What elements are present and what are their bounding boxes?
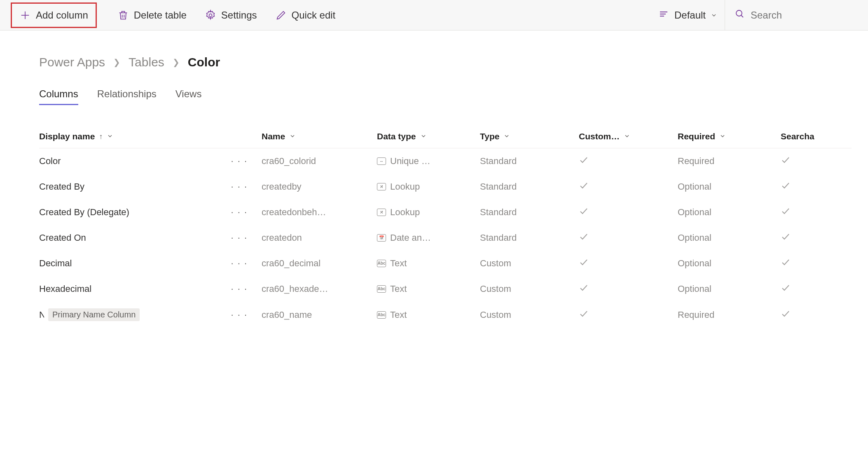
sort-ascending-icon: ↑ [99, 132, 103, 141]
tab-strip: Columns Relationships Views [39, 88, 852, 105]
quick-edit-button[interactable]: Quick edit [268, 4, 343, 27]
chevron-down-icon [624, 132, 630, 141]
add-column-label: Add column [36, 9, 88, 21]
column-type: Standard [480, 232, 579, 243]
column-type: Standard [480, 181, 579, 192]
table-row[interactable]: NamePrimary Name Column· · ·cra60_nameAb… [39, 302, 852, 328]
column-schema-name: cra60_colorid [262, 156, 377, 167]
search-input[interactable] [751, 9, 855, 21]
more-options-icon[interactable]: · · · [229, 156, 249, 167]
column-data-type: Date an… [390, 232, 431, 243]
column-searchable-check [781, 206, 830, 218]
table-row[interactable]: Created By· · ·createdby⤯LookupStandardO… [39, 174, 852, 200]
more-options-icon[interactable]: · · · [229, 181, 249, 192]
tab-relationships[interactable]: Relationships [97, 88, 157, 105]
header-required[interactable]: Required [678, 132, 781, 141]
tab-columns[interactable]: Columns [39, 88, 78, 105]
header-name[interactable]: Name [262, 132, 377, 141]
view-selector[interactable]: Default [650, 9, 725, 21]
breadcrumb-tables[interactable]: Tables [129, 55, 164, 69]
delete-table-button[interactable]: Delete table [110, 4, 194, 27]
quick-edit-label: Quick edit [292, 9, 336, 21]
column-data-type: Text [390, 258, 407, 269]
breadcrumb-current: Color [188, 55, 220, 69]
more-options-icon[interactable]: · · · [229, 310, 249, 320]
column-required: Optional [678, 258, 781, 269]
column-display-name[interactable]: Color [39, 156, 61, 167]
settings-button[interactable]: Settings [197, 4, 264, 27]
column-required: Optional [678, 207, 781, 218]
column-required: Optional [678, 181, 781, 192]
column-type: Standard [480, 207, 579, 218]
column-type: Custom [480, 310, 579, 320]
column-searchable-check [781, 181, 830, 193]
column-schema-name: cra60_decimal [262, 258, 377, 269]
column-required: Required [678, 156, 781, 167]
delete-table-label: Delete table [134, 9, 187, 21]
column-data-type: Text [390, 310, 407, 320]
table-row[interactable]: Color· · ·cra60_colorid--Unique …Standar… [39, 148, 852, 174]
table-row[interactable]: Decimal· · ·cra60_decimalAbcTextCustomOp… [39, 251, 852, 276]
column-required: Required [678, 310, 781, 320]
chevron-down-icon [107, 132, 113, 141]
breadcrumb: Power Apps ❯ Tables ❯ Color [39, 55, 852, 69]
column-display-name[interactable]: Name [39, 310, 44, 320]
column-type: Standard [480, 156, 579, 167]
more-options-icon[interactable]: · · · [229, 258, 249, 269]
column-custom-check [579, 181, 678, 193]
more-options-icon[interactable]: · · · [229, 207, 249, 218]
columns-table: Display name ↑ Name Data type Type Custo… [39, 125, 852, 328]
column-searchable-check [781, 257, 830, 270]
command-bar: Add column Delete table Settings Quick e… [0, 0, 868, 31]
more-options-icon[interactable]: · · · [229, 284, 249, 294]
svg-point-6 [736, 10, 742, 16]
column-display-name[interactable]: Created On [39, 232, 86, 243]
table-row[interactable]: Created On· · ·createdon📅Date an…Standar… [39, 225, 852, 251]
header-data-type[interactable]: Data type [377, 132, 480, 141]
data-type-icon: -- [377, 157, 386, 165]
column-type: Custom [480, 258, 579, 269]
column-custom-check [579, 283, 678, 295]
data-type-icon: Abc [377, 285, 386, 293]
data-type-icon: 📅 [377, 234, 386, 242]
column-display-name[interactable]: Hexadecimal [39, 284, 91, 294]
column-searchable-check [781, 232, 830, 244]
column-required: Optional [678, 284, 781, 294]
chevron-down-icon [420, 132, 427, 141]
header-display-name[interactable]: Display name ↑ [39, 132, 262, 141]
column-data-type: Text [390, 284, 407, 294]
column-display-name[interactable]: Decimal [39, 258, 72, 269]
table-header: Display name ↑ Name Data type Type Custo… [39, 125, 852, 148]
column-custom-check [579, 155, 678, 167]
more-options-icon[interactable]: · · · [229, 232, 249, 243]
list-icon [658, 9, 669, 21]
chevron-down-icon [711, 9, 717, 21]
column-schema-name: createdonbeh… [262, 207, 377, 218]
column-searchable-check [781, 155, 830, 167]
breadcrumb-root[interactable]: Power Apps [39, 55, 105, 69]
chevron-down-icon [503, 132, 510, 141]
search-icon [735, 9, 745, 21]
column-custom-check [579, 309, 678, 321]
table-row[interactable]: Hexadecimal· · ·cra60_hexade…AbcTextCust… [39, 276, 852, 302]
column-display-name[interactable]: Created By (Delegate) [39, 207, 129, 218]
header-type[interactable]: Type [480, 132, 579, 141]
tab-views[interactable]: Views [175, 88, 202, 105]
table-row[interactable]: Created By (Delegate)· · ·createdonbeh…⤯… [39, 200, 852, 225]
chevron-down-icon [289, 132, 296, 141]
search-box[interactable] [725, 0, 865, 30]
header-custom[interactable]: Custom… [579, 132, 678, 141]
column-display-name[interactable]: Created By [39, 181, 84, 192]
column-custom-check [579, 206, 678, 218]
svg-point-2 [209, 14, 212, 16]
header-searchable[interactable]: Searcha [781, 132, 830, 141]
data-type-icon: Abc [377, 311, 386, 319]
data-type-icon: Abc [377, 260, 386, 267]
column-required: Optional [678, 232, 781, 243]
svg-line-7 [741, 15, 743, 17]
column-custom-check [579, 257, 678, 270]
column-custom-check [579, 232, 678, 244]
add-column-button[interactable]: Add column [11, 2, 97, 28]
column-schema-name: createdon [262, 232, 377, 243]
plus-icon [19, 9, 31, 21]
